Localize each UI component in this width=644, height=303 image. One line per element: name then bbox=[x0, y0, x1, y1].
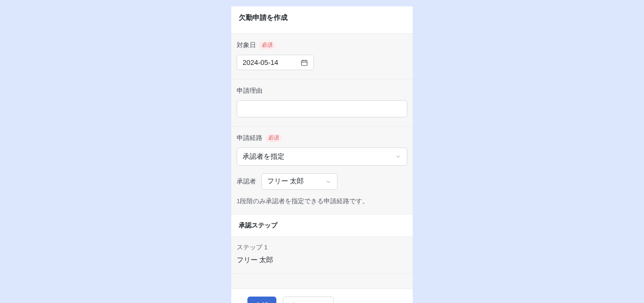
approval-steps-title: 承認ステップ bbox=[239, 221, 405, 230]
approver-select[interactable]: フリー 太郎 bbox=[261, 173, 338, 190]
target-date-value: 2024-05-14 bbox=[243, 58, 279, 66]
absence-request-modal: 欠勤申請を作成 対象日 必須 2024-05-14 申請理由 申請経路 必須 bbox=[231, 6, 413, 303]
calendar-icon bbox=[301, 59, 308, 66]
reason-label-row: 申請理由 bbox=[237, 87, 407, 95]
target-date-label-row: 対象日 必須 bbox=[237, 41, 407, 49]
approval-step-name: フリー 太郎 bbox=[237, 256, 407, 265]
required-badge: 必須 bbox=[259, 41, 275, 49]
cancel-button[interactable]: キャンセル bbox=[283, 297, 334, 303]
modal-footer: 申請 キャンセル bbox=[231, 289, 413, 303]
gap-section bbox=[231, 274, 413, 289]
route-help-text: 1段階のみ承認者を指定できる申請経路です。 bbox=[237, 197, 407, 205]
svg-rect-0 bbox=[302, 60, 308, 65]
submit-button[interactable]: 申請 bbox=[247, 297, 276, 303]
modal-header: 欠勤申請を作成 bbox=[231, 6, 413, 33]
approval-step-label: ステップ 1 bbox=[237, 243, 407, 252]
chevron-down-icon bbox=[325, 179, 332, 185]
target-date-label: 対象日 bbox=[237, 41, 256, 49]
required-badge: 必須 bbox=[266, 134, 282, 142]
reason-label: 申請理由 bbox=[237, 87, 262, 95]
target-date-section: 対象日 必須 2024-05-14 bbox=[231, 33, 413, 79]
route-label-row: 申請経路 必須 bbox=[237, 134, 407, 142]
route-select-value: 承認者を指定 bbox=[243, 152, 284, 161]
chevron-down-icon bbox=[395, 153, 401, 160]
approver-row: 承認者 フリー 太郎 bbox=[237, 173, 407, 190]
approver-label: 承認者 bbox=[237, 177, 256, 186]
route-section: 申請経路 必須 承認者を指定 承認者 フリー 太郎 1段階のみ承認者を指定できる… bbox=[231, 126, 413, 214]
approval-steps-header: 承認ステップ bbox=[231, 214, 413, 237]
route-label: 申請経路 bbox=[237, 134, 262, 142]
reason-section: 申請理由 bbox=[231, 79, 413, 126]
approval-step-body: ステップ 1 フリー 太郎 bbox=[231, 237, 413, 274]
reason-input[interactable] bbox=[237, 100, 407, 117]
approver-select-value: フリー 太郎 bbox=[267, 177, 304, 186]
route-select[interactable]: 承認者を指定 bbox=[237, 147, 407, 166]
modal-title: 欠勤申請を作成 bbox=[239, 13, 405, 23]
target-date-input[interactable]: 2024-05-14 bbox=[237, 55, 314, 70]
